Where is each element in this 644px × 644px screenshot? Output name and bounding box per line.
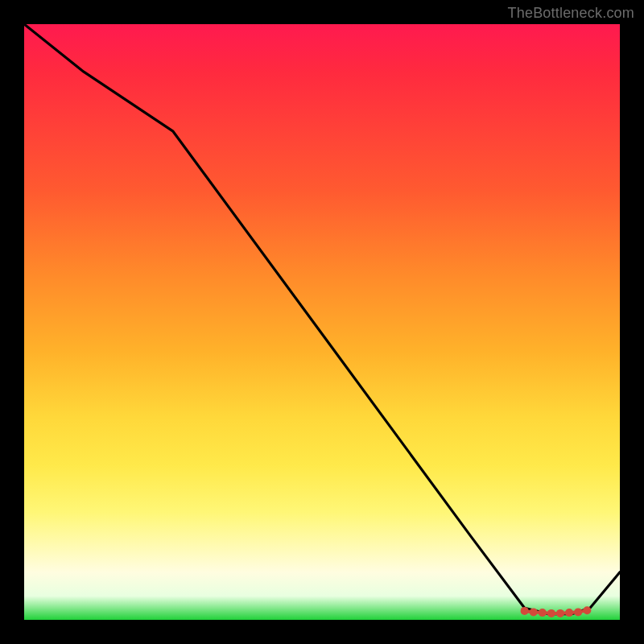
chart-frame: TheBottleneck.com: [0, 0, 644, 644]
marker-dot: [565, 609, 573, 617]
marker-dot: [521, 607, 529, 615]
curve-line: [24, 24, 620, 614]
watermark-text: TheBottleneck.com: [508, 5, 634, 22]
marker-cluster: [521, 606, 592, 617]
plot-area: [24, 24, 620, 620]
marker-dot: [530, 608, 538, 616]
chart-svg: [24, 24, 620, 620]
marker-dot: [539, 609, 547, 617]
marker-dot: [574, 608, 582, 616]
marker-dot: [583, 606, 591, 614]
marker-dot: [547, 609, 555, 617]
marker-dot: [556, 609, 564, 617]
